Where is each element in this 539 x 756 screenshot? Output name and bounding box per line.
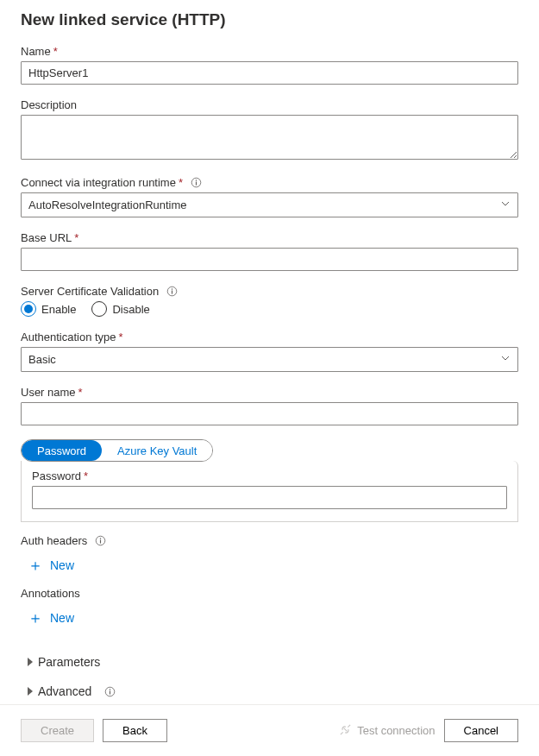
chevron-down-icon bbox=[500, 353, 511, 366]
expander-advanced[interactable]: Advanced bbox=[21, 681, 518, 702]
add-auth-header-button[interactable]: ＋ New bbox=[21, 551, 518, 573]
svg-rect-5 bbox=[172, 291, 172, 294]
certvalidation-label: Server Certificate Validation bbox=[21, 285, 518, 298]
info-icon bbox=[94, 535, 106, 547]
name-input[interactable] bbox=[21, 61, 518, 85]
runtime-select[interactable]: AutoResolveIntegrationRuntime bbox=[21, 192, 518, 217]
annotations-label: Annotations bbox=[21, 587, 518, 600]
runtime-label: Connect via integration runtime* bbox=[21, 176, 518, 189]
chevron-right-icon bbox=[28, 658, 33, 666]
plus-icon: ＋ bbox=[28, 610, 43, 626]
baseurl-label: Base URL* bbox=[21, 231, 518, 244]
footer-bar: Create Back Test connection Cancel bbox=[0, 704, 539, 756]
plus-icon: ＋ bbox=[28, 558, 43, 573]
radio-disable[interactable]: Disable bbox=[91, 301, 149, 317]
password-input[interactable] bbox=[32, 486, 507, 509]
baseurl-input[interactable] bbox=[21, 248, 518, 271]
chevron-right-icon bbox=[28, 687, 33, 696]
info-icon bbox=[103, 685, 116, 697]
authtype-select[interactable]: Basic bbox=[21, 347, 518, 372]
tab-azure-key-vault[interactable]: Azure Key Vault bbox=[102, 440, 212, 461]
description-input[interactable] bbox=[21, 115, 518, 160]
expander-parameters[interactable]: Parameters bbox=[21, 652, 518, 672]
add-annotation-button[interactable]: ＋ New bbox=[21, 603, 518, 626]
radio-enable[interactable]: Enable bbox=[21, 301, 76, 317]
svg-point-7 bbox=[100, 538, 101, 539]
username-input[interactable] bbox=[21, 402, 518, 425]
svg-point-10 bbox=[110, 689, 110, 690]
svg-rect-2 bbox=[195, 182, 196, 186]
svg-point-4 bbox=[171, 288, 172, 289]
connection-icon bbox=[339, 723, 352, 739]
password-source-tabs: Password Azure Key Vault bbox=[21, 439, 213, 462]
description-label: Description bbox=[21, 98, 518, 111]
cancel-button[interactable]: Cancel bbox=[444, 719, 518, 742]
page-title: New linked service (HTTP) bbox=[21, 10, 518, 29]
svg-rect-8 bbox=[100, 540, 101, 544]
back-button[interactable]: Back bbox=[103, 719, 167, 742]
name-label: Name* bbox=[21, 45, 518, 58]
authtype-label: Authentication type* bbox=[21, 331, 518, 343]
info-icon bbox=[190, 177, 202, 189]
svg-rect-11 bbox=[110, 690, 110, 694]
test-connection-button[interactable]: Test connection bbox=[339, 723, 435, 739]
authheaders-label: Auth headers bbox=[21, 534, 518, 547]
password-label: Password* bbox=[32, 469, 507, 482]
tab-password[interactable]: Password bbox=[22, 440, 102, 461]
create-button[interactable]: Create bbox=[21, 719, 94, 742]
chevron-down-icon bbox=[500, 198, 511, 211]
svg-point-1 bbox=[195, 180, 196, 180]
info-icon bbox=[166, 286, 178, 298]
username-label: User name* bbox=[21, 386, 518, 399]
